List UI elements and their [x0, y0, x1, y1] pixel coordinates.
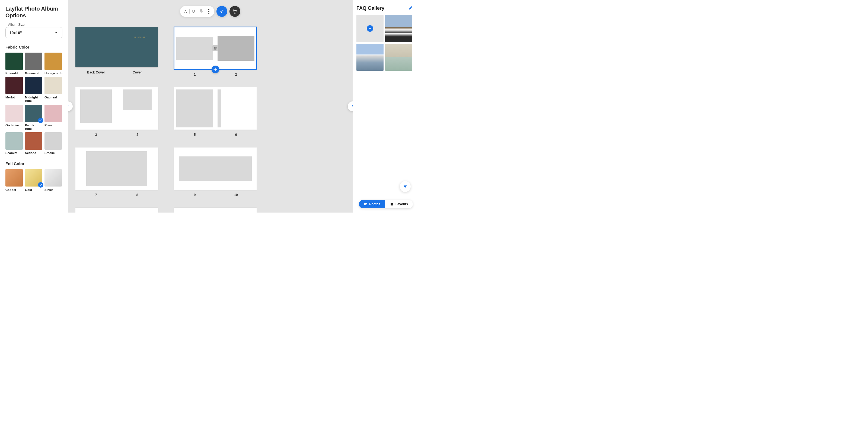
- swatch-label: Gunmetal: [25, 71, 42, 75]
- spread-3-4[interactable]: [75, 87, 158, 130]
- gallery-title: FAQ Gallery: [356, 5, 384, 11]
- swatch-label: Honeycomb: [44, 71, 62, 75]
- tab-layouts[interactable]: Layouts: [385, 200, 413, 208]
- move-spread-handle[interactable]: [212, 66, 219, 73]
- options-title: Layflat Photo Album Options: [5, 5, 62, 19]
- swatch-rose[interactable]: [44, 105, 62, 122]
- swatch-merlot[interactable]: [5, 77, 23, 94]
- swatch-honeycomb[interactable]: [44, 53, 62, 70]
- spread-7-8[interactable]: [75, 148, 158, 190]
- fabric-swatch-grid: EmeraldGunmetalHoneycombMerlotMidnight B…: [5, 53, 62, 155]
- page-number: 9: [174, 193, 215, 197]
- swatch-label: Orchidee: [5, 124, 23, 127]
- tab-layouts-label: Layouts: [396, 202, 408, 206]
- toolbar-pill: A U: [180, 6, 214, 17]
- swatch-label: Copper: [5, 188, 23, 192]
- cover-title-text: FAQ GALLERY: [133, 37, 147, 38]
- autofill-toggle[interactable]: A U: [184, 9, 195, 13]
- spread-13-14[interactable]: [174, 208, 257, 213]
- page-number: 7: [75, 193, 117, 197]
- album-size-value: 10x10": [9, 31, 22, 35]
- spread-grid: FAQ GALLERYBack CoverCover12345678910111…: [75, 27, 345, 213]
- spread-9-10[interactable]: [174, 148, 257, 190]
- chevron-down-icon: [54, 30, 58, 35]
- foil-swatch-grid: CopperGoldSilver: [5, 169, 62, 192]
- swatch-label: Midnight Blue: [25, 96, 42, 103]
- swatch-label: Smoke: [44, 151, 62, 155]
- check-icon: [38, 118, 43, 123]
- swatch-oatmeal[interactable]: [44, 77, 62, 94]
- svg-point-10: [365, 203, 365, 204]
- editor-toolbar: A U: [180, 6, 240, 17]
- photo-gallery-grid: [356, 15, 413, 71]
- swatch-label: Seamist: [5, 151, 23, 155]
- swatch-midnight-blue[interactable]: [25, 77, 42, 94]
- page-number: 4: [117, 133, 158, 137]
- svg-point-0: [234, 13, 235, 13]
- swatch-gunmetal[interactable]: [25, 53, 42, 70]
- swatch-label: Gold: [25, 188, 42, 192]
- bell-icon[interactable]: [199, 9, 204, 14]
- album-cover[interactable]: FAQ GALLERY: [75, 27, 158, 67]
- album-size-select[interactable]: 10x10": [5, 27, 62, 38]
- swatch-label: Oatmeal: [44, 96, 62, 99]
- add-to-cart-button[interactable]: [229, 6, 240, 17]
- svg-rect-13: [392, 204, 393, 205]
- swatch-smoke[interactable]: [44, 132, 62, 150]
- divider-icon: [189, 9, 190, 13]
- gallery-photo[interactable]: [385, 44, 412, 71]
- gallery-sidebar: FAQ Gallery Photos: [352, 0, 416, 213]
- page-number: 3: [75, 133, 117, 137]
- collapse-button[interactable]: [216, 6, 227, 17]
- sidebar-mode-toggle: Photos Layouts: [359, 200, 413, 208]
- fabric-color-heading: Fabric Color: [5, 45, 62, 49]
- spread-5-6[interactable]: [174, 87, 257, 130]
- swatch-label: Silver: [44, 188, 62, 192]
- plus-icon: [367, 25, 373, 32]
- svg-rect-11: [391, 203, 392, 205]
- svg-rect-12: [392, 203, 393, 204]
- toolbar-a-label: A: [184, 9, 187, 13]
- swatch-orchidee[interactable]: [5, 105, 23, 122]
- page-number: 2: [215, 73, 257, 76]
- gallery-photo[interactable]: [356, 44, 383, 71]
- swatch-gold[interactable]: [25, 169, 42, 187]
- options-sidebar: Layflat Photo Album Options Album Size 1…: [0, 0, 68, 213]
- page-number: 10: [215, 193, 257, 197]
- swatch-emerald[interactable]: [5, 53, 23, 70]
- swatch-label: Sedona: [25, 151, 42, 155]
- page-number: 5: [174, 133, 215, 137]
- check-icon: [38, 182, 43, 188]
- gallery-photo[interactable]: [385, 15, 412, 42]
- delete-spread-button[interactable]: [212, 45, 218, 51]
- swatch-copper[interactable]: [5, 169, 23, 187]
- page-number: 6: [215, 133, 257, 137]
- spread-1-2[interactable]: [174, 27, 257, 69]
- tab-photos[interactable]: Photos: [359, 200, 385, 208]
- more-menu-button[interactable]: [207, 9, 211, 14]
- page-number: 1: [174, 73, 215, 76]
- page-number: 8: [117, 193, 158, 197]
- toolbar-u-label: U: [192, 9, 195, 13]
- spread-11-12[interactable]: [75, 208, 158, 213]
- svg-point-1: [236, 13, 236, 13]
- swatch-label: Rose: [44, 124, 62, 127]
- swatch-pacific-blue[interactable]: [25, 105, 42, 122]
- swatch-sedona[interactable]: [25, 132, 42, 150]
- swatch-label: Emerald: [5, 71, 23, 75]
- swatch-seamist[interactable]: [5, 132, 23, 150]
- page-label: Back Cover: [75, 70, 117, 74]
- filter-button[interactable]: [400, 181, 411, 192]
- foil-color-heading: Foil Color: [5, 161, 62, 166]
- page-label: Cover: [117, 70, 158, 74]
- swatch-label: Merlot: [5, 96, 23, 99]
- edit-title-button[interactable]: [408, 6, 413, 11]
- swatch-label: Pacific Blue: [25, 124, 42, 131]
- swatch-silver[interactable]: [44, 169, 62, 187]
- album-size-label: Album Size: [5, 23, 62, 27]
- tab-photos-label: Photos: [369, 202, 380, 206]
- add-photo-button[interactable]: [356, 15, 383, 42]
- editor-canvas: A U FAQ GALLERYBack CoverCo: [68, 0, 352, 213]
